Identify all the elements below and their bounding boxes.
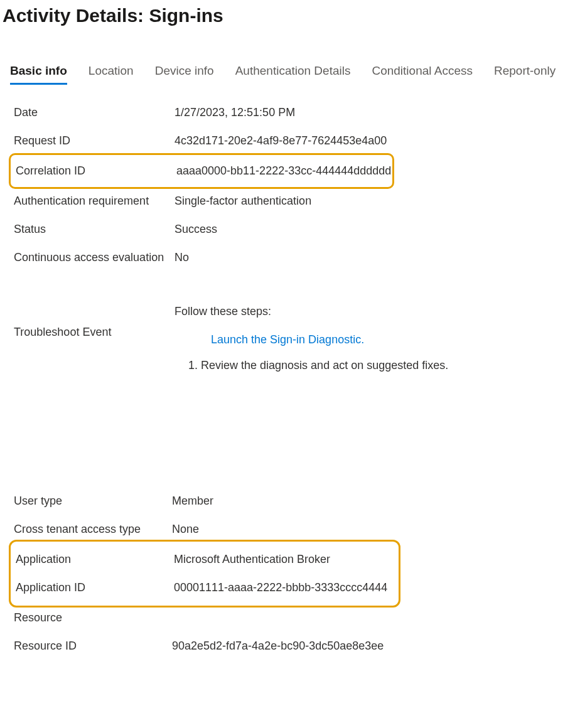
troubleshoot-heading: Follow these steps: [174, 303, 448, 320]
label-application-id: Application ID [16, 581, 174, 594]
label-user-type: User type [14, 495, 172, 508]
label-application: Application [16, 553, 174, 566]
page-title: Activity Details: Sign-ins [0, 0, 585, 39]
launch-diagnostic-link[interactable]: Launch the Sign-in Diagnostic. [174, 331, 448, 348]
value-date: 1/27/2023, 12:51:50 PM [174, 106, 295, 119]
value-cross-tenant: None [172, 523, 199, 536]
label-resource: Resource [14, 611, 172, 624]
tabs-bar: Basic info Location Device info Authenti… [0, 64, 585, 85]
tab-device-info[interactable]: Device info [155, 64, 214, 85]
label-correlation-id: Correlation ID [16, 164, 176, 178]
tab-location[interactable]: Location [89, 64, 134, 85]
highlight-correlation-id: Correlation ID aaaa0000-bb11-2222-33cc-4… [9, 153, 394, 189]
troubleshoot-steps: Follow these steps: Launch the Sign-in D… [174, 303, 448, 374]
label-status: Status [14, 223, 174, 236]
label-request-id: Request ID [14, 134, 174, 147]
row-correlation-id: Correlation ID aaaa0000-bb11-2222-33cc-4… [16, 164, 392, 178]
value-application-id: 00001111-aaaa-2222-bbbb-3333cccc4444 [174, 581, 387, 594]
value-resource-id: 90a2e5d2-fd7a-4a2e-bc90-3dc50ae8e3ee [172, 640, 384, 653]
label-auth-requirement: Authentication requirement [14, 195, 174, 208]
details-section-2: User type Member Cross tenant access typ… [0, 487, 585, 660]
tab-basic-info[interactable]: Basic info [10, 64, 67, 85]
value-status: Success [174, 223, 217, 236]
row-application: Application Microsoft Authentication Bro… [16, 545, 399, 574]
tab-conditional-access[interactable]: Conditional Access [372, 64, 473, 85]
label-date: Date [14, 106, 174, 119]
tab-authentication-details[interactable]: Authentication Details [235, 64, 351, 85]
value-user-type: Member [172, 495, 213, 508]
row-request-id: Request ID 4c32d171-20e2-4af9-8e77-76244… [14, 127, 572, 155]
value-auth-requirement: Single-factor authentication [174, 195, 311, 208]
label-troubleshoot: Troubleshoot Event [14, 303, 174, 339]
row-user-type: User type Member [14, 487, 572, 515]
highlight-application: Application Microsoft Authentication Bro… [9, 540, 400, 608]
details-section-1: Date 1/27/2023, 12:51:50 PM Request ID 4… [0, 85, 585, 374]
row-application-id: Application ID 00001111-aaaa-2222-bbbb-3… [16, 574, 399, 602]
row-auth-requirement: Authentication requirement Single-factor… [14, 187, 572, 215]
row-resource: Resource [14, 604, 572, 632]
value-correlation-id: aaaa0000-bb11-2222-33cc-444444dddddd [176, 164, 391, 178]
row-cae: Continuous access evaluation No [14, 244, 572, 272]
value-application: Microsoft Authentication Broker [174, 553, 330, 566]
tab-report-only[interactable]: Report-only [494, 64, 555, 85]
label-resource-id: Resource ID [14, 640, 172, 653]
row-resource-id: Resource ID 90a2e5d2-fd7a-4a2e-bc90-3dc5… [14, 632, 572, 660]
row-date: Date 1/27/2023, 12:51:50 PM [14, 99, 572, 127]
value-request-id: 4c32d171-20e2-4af9-8e77-7624453e4a00 [174, 134, 387, 147]
label-cae: Continuous access evaluation [14, 251, 174, 264]
label-cross-tenant: Cross tenant access type [14, 523, 172, 536]
row-troubleshoot: Troubleshoot Event Follow these steps: L… [14, 303, 572, 374]
value-cae: No [174, 251, 189, 264]
gap [0, 374, 585, 487]
troubleshoot-step-1: 1. Review the diagnosis and act on sugge… [174, 357, 448, 374]
row-status: Status Success [14, 215, 572, 244]
